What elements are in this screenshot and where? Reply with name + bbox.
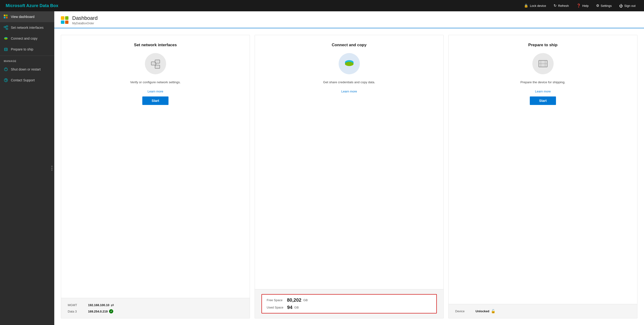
svg-rect-5 [6,26,8,27]
sidebar-item-label: View dashboard [11,15,34,19]
refresh-button[interactable]: ↻ Refresh [551,2,572,9]
sidebar-item-label: Prepare to ship [11,47,33,51]
card-info-used-space: Used Space 94 GB [267,305,432,310]
svg-point-12 [4,38,8,40]
page-header: Dashboard MyDataBoxOrder [54,11,644,28]
checkmark-icon: ✓ [109,309,113,314]
sidebar-item-label: Shut down or restart [11,67,40,71]
lock-icon: 🔒 [524,3,528,8]
card-info-mgmt: MGMT 192.168.100.10 ⇄ [68,303,243,307]
header-actions: 🔒 Lock device ↻ Refresh ❓ Help ⚙ Setting… [521,2,638,9]
storage-info-box: Free Space 80,202 GB Used Space 94 GB [262,294,437,314]
start-button-network[interactable]: Start [142,96,169,105]
info-label-mgmt: MGMT [68,303,84,307]
page-subtitle: MyDataBoxOrder [72,22,98,25]
info-value-device: Unlocked 🔓 [476,309,496,314]
signout-button[interactable]: ⏻ Sign out [616,2,638,9]
card-desc-ship: Prepare the device for shipping. [520,80,566,85]
info-label-used-space: Used Space [267,306,284,309]
card-top-copy: Connect and copy Get share credentials a… [255,35,444,289]
learn-more-link-network[interactable]: Learn more [148,90,163,93]
svg-rect-3 [6,17,8,18]
sidebar-item-prepare-to-ship[interactable]: Prepare to ship [0,44,54,55]
svg-rect-23 [155,65,160,68]
svg-rect-6 [6,28,8,29]
signout-icon: ⏻ [619,4,623,8]
cards-container: Set network interfaces Verify or configu… [54,28,644,325]
info-label-device: Device [455,310,472,313]
card-bottom-copy: Free Space 80,202 GB Used Space 94 GB [255,289,444,318]
card-icon-ship [532,53,554,74]
help-icon: ❓ [576,3,581,8]
card-desc-network: Verify or configure network settings. [130,80,181,85]
card-title-network: Set network interfaces [134,43,177,47]
layout: View dashboard Set network interfaces [0,11,644,325]
learn-more-link-ship[interactable]: Learn more [535,90,550,93]
card-title-ship: Prepare to ship [528,43,558,47]
learn-more-link-copy[interactable]: Learn more [341,90,357,93]
info-label-data3: Data 3 [68,310,84,313]
card-desc-copy: Get share credentials and copy data. [323,80,375,85]
card-set-network-interfaces: Set network interfaces Verify or configu… [61,35,250,319]
card-top-network: Set network interfaces Verify or configu… [61,35,250,298]
card-info-data3: Data 3 169.254.0.219 ✓ [68,309,243,314]
svg-rect-4 [4,26,6,27]
info-value-mgmt: 192.168.100.10 ⇄ [88,303,114,307]
support-icon [4,78,8,82]
manage-section-label: MANAGE [0,57,54,64]
sidebar-item-contact-support[interactable]: Contact Support [0,75,54,86]
unlock-icon: 🔓 [491,309,496,314]
info-value-data3: 169.254.0.219 ✓ [88,309,113,314]
page-title-block: Dashboard MyDataBoxOrder [72,15,98,25]
card-connect-and-copy: Connect and copy Get share credentials a… [255,35,444,319]
arrow-icon: ⇄ [111,303,114,307]
sidebar-item-label: Contact Support [11,78,35,82]
card-bottom-ship: Device Unlocked 🔓 [448,304,637,318]
svg-rect-1 [6,15,8,16]
info-value-free-space: 80,202 GB [287,298,308,303]
svg-point-20 [6,81,6,82]
refresh-icon: ↻ [554,3,557,8]
sidebar-item-shut-down-or-restart[interactable]: Shut down or restart [0,64,54,75]
power-icon [4,67,8,71]
sidebar-item-view-dashboard[interactable]: View dashboard [0,11,54,22]
card-prepare-to-ship: Prepare to ship Prepare the device for s… [448,35,638,319]
lock-device-button[interactable]: 🔒 Lock device [521,2,549,9]
header: Microsoft Azure Data Box 🔒 Lock device ↻… [0,0,644,11]
ship-icon [4,47,8,51]
card-title-copy: Connect and copy [332,43,366,47]
sidebar: View dashboard Set network interfaces [0,11,54,325]
sidebar-resize-handle[interactable] [52,166,52,171]
settings-button[interactable]: ⚙ Settings [593,2,614,9]
sidebar-item-label: Set network interfaces [11,26,44,29]
main-content: Dashboard MyDataBoxOrder Set network int… [54,11,644,325]
card-info-device: Device Unlocked 🔓 [455,309,630,314]
gear-icon: ⚙ [596,3,599,8]
card-top-ship: Prepare to ship Prepare the device for s… [448,35,637,304]
card-icon-copy [339,53,360,74]
svg-line-8 [6,27,6,29]
card-icon-network [145,53,166,74]
info-value-used-space: 94 GB [287,305,299,310]
svg-point-29 [345,62,354,66]
card-bottom-network: MGMT 192.168.100.10 ⇄ Data 3 169.254.0.2… [61,298,250,318]
svg-rect-0 [4,15,6,16]
grid-icon [4,15,8,19]
sidebar-item-label: Connect and copy [11,36,38,40]
copy-icon [4,36,8,40]
card-info-free-space: Free Space 80,202 GB [267,298,432,303]
sidebar-item-set-network-interfaces[interactable]: Set network interfaces [0,22,54,33]
info-label-free-space: Free Space [267,298,283,302]
page-title: Dashboard [72,15,98,21]
help-button[interactable]: ❓ Help [574,2,592,9]
network-icon [4,25,8,30]
svg-rect-2 [4,17,6,18]
app-title: Microsoft Azure Data Box [6,3,58,8]
dashboard-icon [61,16,68,24]
start-button-ship[interactable]: Start [530,96,556,105]
sidebar-divider [0,56,54,56]
sidebar-item-connect-and-copy[interactable]: Connect and copy [0,33,54,44]
